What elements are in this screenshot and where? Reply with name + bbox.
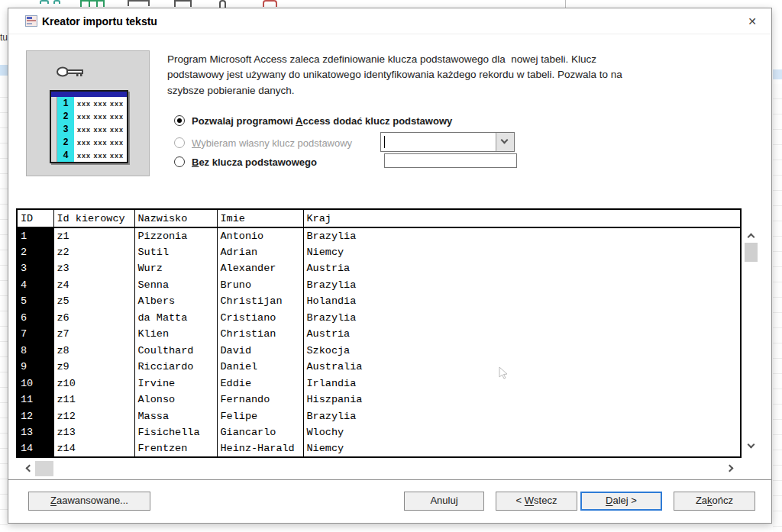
- radio-let-access-add-key[interactable]: Pozwalaj programowi Access dodać klucz p…: [174, 114, 452, 127]
- mini-key-value: 1: [57, 97, 74, 110]
- mini-table-header-bar: [51, 92, 127, 97]
- window-icon: [128, 0, 150, 6]
- primary-key-illustration-panel: 1 2 3 2 4 xxx xxx xxx xxx xxx xxx xxx xx…: [26, 50, 150, 176]
- back-button[interactable]: < Wstecz: [496, 492, 577, 511]
- row-id-cell: 13: [17, 424, 53, 441]
- table-icon: [80, 0, 105, 7]
- wizard-description: Program Microsoft Access zaleca zdefinio…: [167, 52, 622, 98]
- table-cell: Christijan: [217, 293, 303, 310]
- cancel-button[interactable]: Anuluj: [404, 492, 484, 511]
- next-button[interactable]: Dalej >: [580, 492, 662, 511]
- table-cell: z4: [53, 277, 134, 294]
- primary-key-combobox[interactable]: [380, 132, 515, 152]
- column-header[interactable]: Imie: [217, 209, 303, 227]
- table-cell: z1: [53, 227, 134, 244]
- table-cell: da Matta: [134, 310, 217, 327]
- row-id-cell: 10: [17, 376, 53, 392]
- toolbar-divider: [565, 0, 566, 8]
- table-cell: z2: [53, 244, 134, 261]
- mouse-cursor: [499, 366, 509, 380]
- row-id-cell: 5: [17, 293, 53, 310]
- row-id-cell: 6: [17, 310, 53, 327]
- table-cell: z10: [53, 376, 134, 392]
- close-icon[interactable]: ✕: [742, 12, 762, 31]
- table-cell: z14: [53, 441, 134, 458]
- wizard-form-icon: [25, 15, 37, 27]
- mini-table-key-column: 1 2 3 2 4: [57, 97, 74, 162]
- finish-button[interactable]: Zakończ: [674, 492, 755, 511]
- table-cell: Irlandia: [303, 376, 741, 392]
- row-id-cell: 1: [17, 227, 53, 244]
- table-cell: Brazylia: [303, 408, 741, 425]
- table-row: 2z2SutilAdrianNiemcy: [17, 244, 741, 261]
- column-header[interactable]: Nazwisko: [134, 209, 217, 227]
- table-cell: Pizzonia: [134, 227, 217, 244]
- table-cell: z7: [53, 326, 134, 343]
- table-cell: Bruno: [217, 277, 303, 294]
- mini-key-value: 2: [57, 136, 74, 149]
- table-cell: Austria: [303, 326, 741, 343]
- table-cell: Szkocja: [303, 343, 741, 360]
- table-cell: Senna: [134, 277, 217, 294]
- table-row: 8z8CoulthardDavidSzkocja: [17, 343, 741, 360]
- mini-key-value: 3: [57, 123, 74, 136]
- table-row: 10z10IrvineEddieIrlandia: [17, 376, 741, 392]
- table-cell: Brazylia: [303, 310, 741, 327]
- table-cell: Heinz-Harald: [217, 441, 303, 458]
- table-cell: Frentzen: [134, 441, 217, 458]
- text-caret: [384, 136, 385, 148]
- column-header[interactable]: ID: [17, 209, 53, 227]
- row-id-cell: 8: [17, 343, 53, 360]
- table-cell: Massa: [134, 408, 217, 425]
- row-id-cell: 3: [17, 260, 53, 277]
- mini-table-graphic: 1 2 3 2 4 xxx xxx xxx xxx xxx xxx xxx xx…: [50, 90, 128, 163]
- eraser-icon: [263, 0, 277, 7]
- document-icon: [174, 0, 192, 7]
- table-cell: Wlochy: [303, 424, 741, 441]
- table-cell: Adrian: [217, 244, 303, 261]
- combobox-dropdown-button[interactable]: [496, 133, 514, 151]
- background-datasheet-lines: [773, 84, 782, 532]
- table-cell: Brazylia: [303, 227, 741, 244]
- table-row: 1z1PizzoniaAntonioBrazylia: [17, 227, 741, 244]
- table-row: 5z5AlbersChristijanHolandia: [17, 293, 741, 310]
- radio-choose-own-key[interactable]: Wybieram własny klucz podstawowy: [174, 137, 352, 149]
- button-area-divider: [8, 479, 771, 480]
- advanced-button[interactable]: Zaawansowane...: [28, 492, 150, 511]
- horizontal-scrollbar-thumb[interactable]: [35, 461, 53, 476]
- table-row: 12z12MassaFelipeBrazylia: [17, 408, 741, 425]
- table-cell: Holandia: [303, 293, 741, 310]
- row-id-cell: 4: [17, 277, 53, 294]
- table-row: 13z13FisichellaGiancarloWlochy: [17, 424, 741, 441]
- table-row: 4z4SennaBrunoBrazylia: [17, 277, 741, 294]
- table-cell: Irvine: [134, 376, 217, 392]
- table-cell: z11: [53, 392, 134, 408]
- radio-button-icon[interactable]: [174, 137, 185, 148]
- column-header[interactable]: Kraj: [303, 209, 741, 227]
- table-cell: z12: [53, 408, 134, 425]
- table-cell: Antonio: [217, 227, 303, 244]
- table-row: 7z7KlienChristianAustria: [17, 326, 741, 343]
- table-row: 14z14FrentzenHeinz-HaraldNiemcy: [17, 441, 741, 458]
- table-cell: Fernando: [217, 392, 303, 408]
- table-row: 11z11AlonsoFernandoHiszpania: [17, 392, 741, 408]
- table-row: 3z3WurzAlexanderAustria: [17, 260, 741, 277]
- toolbar-icon-partial: [53, 0, 60, 4]
- column-header[interactable]: Id kierowcy: [53, 209, 134, 227]
- mini-key-value: 2: [57, 110, 74, 123]
- table-cell: Ricciardo: [134, 359, 217, 376]
- radio-button-icon[interactable]: [174, 156, 185, 167]
- import-text-wizard-dialog: Kreator importu tekstu ✕ 1 2 3 2 4 x: [8, 8, 772, 524]
- radio-button-icon[interactable]: [174, 115, 185, 126]
- vertical-scrollbar-thumb[interactable]: [745, 243, 758, 262]
- mini-table-data-column: xxx xxx xxx xxx xxx xxx xxx xxx xxx xxx …: [74, 97, 127, 162]
- table-cell: Daniel: [217, 359, 303, 376]
- radio-no-primary-key[interactable]: Bez klucza podstawowego: [174, 156, 317, 168]
- mini-key-value: 4: [57, 149, 74, 162]
- primary-key-textfield[interactable]: [384, 153, 517, 168]
- table-row: 9z9RicciardoDanielAustralia: [17, 359, 741, 376]
- table-cell: z5: [53, 293, 134, 310]
- background-selected-row: [773, 69, 782, 79]
- row-id-cell: 12: [17, 408, 53, 425]
- row-id-cell: 14: [17, 441, 53, 458]
